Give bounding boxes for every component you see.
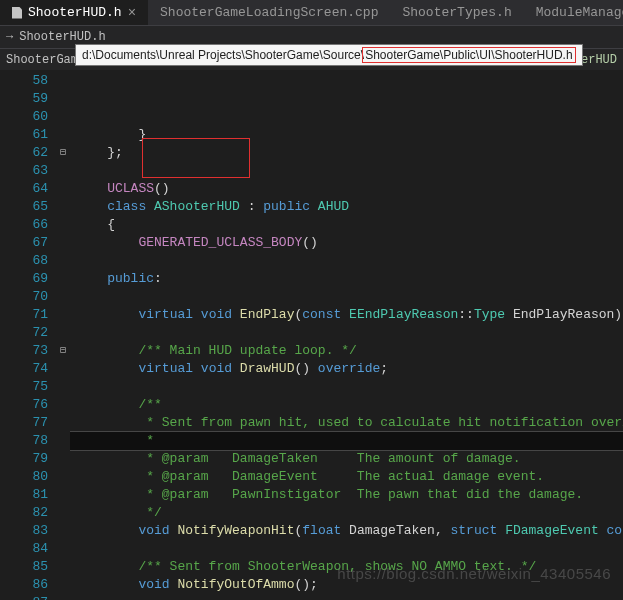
tab-bar: ShooterHUD.h × ShooterGameLoadingScreen.…: [0, 0, 623, 26]
code-token: /**: [76, 397, 162, 412]
line-number: 65: [0, 198, 48, 216]
path-tooltip: d:\Documents\Unreal Projects\ShooterGame…: [75, 44, 583, 66]
code-line[interactable]: * Sent from pawn hit, used to calculate …: [70, 414, 623, 432]
code-token: */: [76, 505, 162, 520]
code-token: float: [302, 523, 349, 538]
code-line[interactable]: [70, 378, 623, 396]
code-editor[interactable]: 5859606162636465666768697071727374757677…: [0, 70, 623, 600]
fold-toggle: [56, 270, 70, 288]
code-token: (): [154, 181, 170, 196]
line-number: 83: [0, 522, 48, 540]
code-token: UCLASS: [76, 181, 154, 196]
code-line[interactable]: public:: [70, 270, 623, 288]
code-line[interactable]: {: [70, 216, 623, 234]
fold-toggle: [56, 486, 70, 504]
line-number: 87: [0, 594, 48, 600]
tab-shooterhud[interactable]: ShooterHUD.h ×: [0, 0, 148, 25]
tab-label: ShooterHUD.h: [28, 5, 122, 20]
fold-toggle: [56, 234, 70, 252]
code-token: virtual void: [138, 307, 239, 322]
fold-toggle: [56, 324, 70, 342]
tab-label: ShooterGameLoadingScreen.cpp: [160, 5, 378, 20]
code-token: const: [302, 307, 349, 322]
line-number: 80: [0, 468, 48, 486]
fold-toggle: [56, 72, 70, 90]
fold-toggle: [56, 504, 70, 522]
code-token: NotifyWeaponHit: [177, 523, 294, 538]
code-line[interactable]: [70, 324, 623, 342]
tab-shootertypes[interactable]: ShooterTypes.h: [390, 0, 523, 25]
breadcrumb-item[interactable]: ShooterHUD.h: [19, 30, 105, 44]
code-token: public: [76, 271, 154, 286]
line-number-gutter: 5859606162636465666768697071727374757677…: [0, 70, 56, 600]
code-token: };: [76, 145, 123, 160]
code-line[interactable]: *: [70, 432, 623, 450]
code-line[interactable]: * @param DamageTaken The amount of damag…: [70, 450, 623, 468]
fold-toggle: [56, 468, 70, 486]
fold-toggle: [56, 378, 70, 396]
code-token: virtual void: [138, 361, 239, 376]
line-number: 67: [0, 234, 48, 252]
code-line[interactable]: /**: [70, 396, 623, 414]
code-token: * Sent from pawn hit, used to calculate …: [76, 415, 623, 430]
code-line[interactable]: [70, 252, 623, 270]
code-token: AShooterHUD: [154, 199, 240, 214]
code-line[interactable]: * @param DamageEvent The actual damage e…: [70, 468, 623, 486]
code-line[interactable]: UCLASS(): [70, 180, 623, 198]
scope-dropdown[interactable]: ShooterGame: [6, 53, 85, 67]
code-token: GENERATED_UCLASS_BODY: [76, 235, 302, 250]
line-number: 75: [0, 378, 48, 396]
code-line[interactable]: [70, 540, 623, 558]
line-number: 68: [0, 252, 48, 270]
fold-toggle[interactable]: ⊟: [56, 144, 70, 162]
code-token: override: [318, 361, 380, 376]
fold-toggle: [56, 594, 70, 600]
tab-modulemanager[interactable]: ModuleManager: [524, 0, 623, 25]
code-line[interactable]: virtual void EndPlay(const EEndPlayReaso…: [70, 306, 623, 324]
watermark-text: https://blog.csdn.net/weixin_43405546: [337, 565, 611, 582]
line-number: 82: [0, 504, 48, 522]
fold-toggle: [56, 540, 70, 558]
code-line[interactable]: /** Main HUD update loop. */: [70, 342, 623, 360]
code-line[interactable]: [70, 288, 623, 306]
code-token: [76, 307, 138, 322]
code-line[interactable]: [70, 162, 623, 180]
tab-loadingscreen[interactable]: ShooterGameLoadingScreen.cpp: [148, 0, 390, 25]
code-line[interactable]: */: [70, 504, 623, 522]
line-number: 59: [0, 90, 48, 108]
line-number: 84: [0, 540, 48, 558]
line-number: 70: [0, 288, 48, 306]
fold-toggle: [56, 288, 70, 306]
fold-toggle: [56, 576, 70, 594]
close-icon[interactable]: ×: [128, 6, 136, 20]
code-area[interactable]: } }; UCLASS() class AShooterHUD : public…: [70, 70, 623, 600]
code-token: ;: [380, 361, 388, 376]
line-number: 86: [0, 576, 48, 594]
fold-toggle: [56, 360, 70, 378]
code-token: class: [76, 199, 154, 214]
line-number: 71: [0, 306, 48, 324]
fold-toggle: [56, 162, 70, 180]
code-token: ::: [458, 307, 474, 322]
line-number: 60: [0, 108, 48, 126]
code-line[interactable]: class AShooterHUD : public AHUD: [70, 198, 623, 216]
code-token: [76, 577, 138, 592]
code-line[interactable]: GENERATED_UCLASS_BODY(): [70, 234, 623, 252]
code-token: (): [302, 235, 318, 250]
line-number: 79: [0, 450, 48, 468]
line-number: 81: [0, 486, 48, 504]
code-line[interactable]: * @param PawnInstigator The pawn that di…: [70, 486, 623, 504]
fold-toggle: [56, 90, 70, 108]
code-line[interactable]: [70, 594, 623, 600]
code-line[interactable]: void NotifyWeaponHit(float DamageTaken, …: [70, 522, 623, 540]
code-line[interactable]: virtual void DrawHUD() override;: [70, 360, 623, 378]
code-line[interactable]: };: [70, 144, 623, 162]
fold-toggle: [56, 306, 70, 324]
fold-toggle[interactable]: ⊟: [56, 342, 70, 360]
line-number: 61: [0, 126, 48, 144]
code-line[interactable]: }: [70, 126, 623, 144]
fold-toggle: [56, 522, 70, 540]
fold-column: ⊟⊟⊟: [56, 70, 70, 600]
line-number: 63: [0, 162, 48, 180]
code-token: [76, 523, 138, 538]
